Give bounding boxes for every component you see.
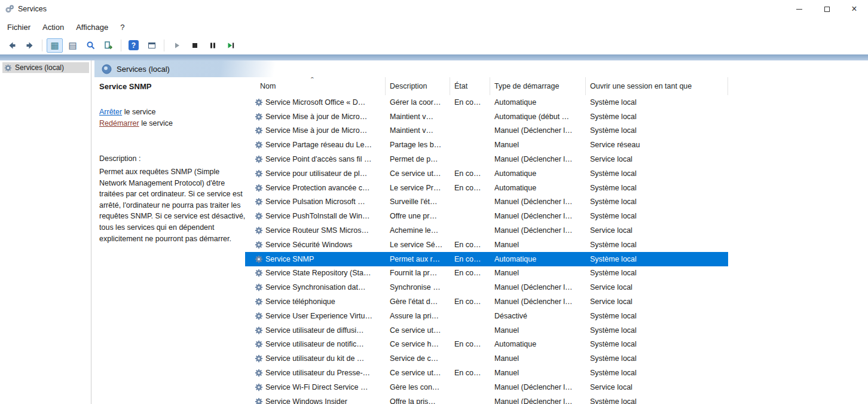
menu-fichier[interactable]: Fichier <box>1 20 36 34</box>
cell-name: Service utilisateur de notific… <box>245 340 386 348</box>
pause-service-button[interactable] <box>204 38 221 53</box>
cell-logon: Service réseau <box>586 141 728 149</box>
cell-logon: Système local <box>586 98 728 107</box>
export-list-button[interactable] <box>100 38 117 53</box>
cell-logon: Système local <box>586 369 728 377</box>
table-row[interactable]: Service Partage réseau du Le…Partage les… <box>245 138 728 152</box>
table-row[interactable]: Service Point d'accès sans fil …Permet d… <box>245 152 728 166</box>
service-name: Service utilisateur de diffusi… <box>265 326 363 335</box>
table-row[interactable]: Service utilisateur du kit de …Service d… <box>245 351 728 366</box>
cell-startup: Manuel (Déclencher l… <box>490 212 586 220</box>
cell-startup: Automatique <box>490 169 586 178</box>
menu-action[interactable]: Action <box>36 20 70 34</box>
table-row[interactable]: Service pour utilisateur de pl…Ce servic… <box>245 166 728 181</box>
table-row[interactable]: Service Sécurité WindowsLe service Sé…En… <box>245 238 728 252</box>
service-gear-icon <box>255 383 263 391</box>
table-row[interactable]: Service Mise à jour de Micro…Maintient v… <box>245 124 728 138</box>
cell-startup: Manuel <box>490 354 586 363</box>
cell-desc: Gère les con… <box>386 383 450 391</box>
table-row[interactable]: Service utilisateur de notific…Ce servic… <box>245 338 728 352</box>
service-name: Service SNMP <box>265 255 314 263</box>
cell-logon: Système local <box>586 198 728 206</box>
table-row[interactable]: Service téléphoniqueGère l'état d…En co…… <box>245 294 728 309</box>
cell-desc: Gère l'état d… <box>386 297 450 306</box>
service-gear-icon <box>255 326 263 335</box>
service-name: Service Mise à jour de Micro… <box>265 113 367 121</box>
cell-name: Service Mise à jour de Micro… <box>245 126 386 135</box>
back-button[interactable] <box>4 38 20 53</box>
start-service-button[interactable] <box>169 38 185 53</box>
pane-node-icon <box>102 64 112 74</box>
console-tree-icon: ▦ <box>50 41 59 50</box>
service-gear-icon <box>255 369 263 377</box>
cell-desc: Achemine le… <box>386 226 450 235</box>
pane-header-title: Services (local) <box>117 65 170 74</box>
show-console-tree-button[interactable]: ▦ <box>47 38 63 53</box>
tree-node-label: Services (local) <box>15 63 64 72</box>
table-row[interactable]: Service utilisateur du Presse-…Ce servic… <box>245 366 728 380</box>
properties-button[interactable]: ▤ <box>65 38 81 53</box>
cell-state: En co… <box>450 98 490 107</box>
cell-logon: Système local <box>586 241 728 249</box>
cell-startup: Manuel <box>490 326 586 335</box>
cell-startup: Manuel <box>490 141 586 149</box>
column-header-description[interactable]: Description <box>386 77 450 95</box>
table-row[interactable]: Service Mise à jour de Micro…Maintient v… <box>245 110 728 124</box>
table-row[interactable]: Service Pulsation Microsoft …Surveille l… <box>245 195 728 209</box>
restart-service-button[interactable] <box>222 38 239 53</box>
column-header-session[interactable]: Ouvrir une session en tant que <box>586 77 728 95</box>
cell-logon: Système local <box>586 126 728 135</box>
table-row[interactable]: Service Microsoft Office « D…Gérer la co… <box>245 95 728 110</box>
table-row[interactable]: Service Windows InsiderOffre la pris…Man… <box>245 394 728 404</box>
table-row[interactable]: Service State Repository (Sta…Fournit la… <box>245 266 728 281</box>
refresh-button[interactable] <box>82 38 99 53</box>
cell-desc: Offre la pris… <box>386 397 450 404</box>
minimize-button[interactable] <box>786 0 813 18</box>
titlebar: Services × <box>0 0 868 18</box>
cell-name: Service Synchronisation dat… <box>245 283 386 291</box>
table-row[interactable]: Service Wi-Fi Direct Service …Gère les c… <box>245 380 728 394</box>
help-button[interactable]: ? <box>126 38 142 53</box>
console-body: Services (local) Services (local) Servic… <box>0 60 868 404</box>
description-label: Description : <box>99 154 242 163</box>
close-button[interactable]: × <box>841 0 868 18</box>
cell-logon: Système local <box>586 354 728 363</box>
cell-logon: Service local <box>586 383 728 391</box>
back-arrow-icon <box>7 41 17 50</box>
cell-startup: Automatique (début … <box>490 113 586 121</box>
tree-item-services-local[interactable]: Services (local) <box>2 62 89 73</box>
cell-desc: Gérer la coor… <box>386 98 450 107</box>
table-row[interactable]: Service Protection avancée c…Le service … <box>245 181 728 195</box>
table-row[interactable]: Service User Experience Virtu…Assure la … <box>245 309 728 323</box>
column-header-nom[interactable]: Nom <box>245 77 386 95</box>
service-name: Service Point d'accès sans fil … <box>265 155 371 163</box>
cell-desc: Synchronise … <box>386 283 450 291</box>
cell-logon: Système local <box>586 312 728 320</box>
cell-startup: Manuel <box>490 241 586 249</box>
table-row[interactable]: Service SNMPPermet aux r…En co…Automatiq… <box>245 252 728 266</box>
extended-view-button[interactable] <box>143 38 160 53</box>
menu-help[interactable]: ? <box>114 20 130 34</box>
stop-service-link[interactable]: Arrêter <box>99 108 122 116</box>
column-header-type-demarrage[interactable]: Type de démarrage <box>490 77 586 95</box>
maximize-button[interactable] <box>813 0 841 18</box>
table-row[interactable]: Service PushToInstall de Win…Offre une p… <box>245 209 728 223</box>
service-action-links: Arrêter le service Redémarrer le service <box>99 107 242 129</box>
menu-affichage[interactable]: Affichage <box>70 20 114 34</box>
cell-desc: Ce service ut… <box>386 169 450 178</box>
table-row[interactable]: Service Synchronisation dat…Synchronise … <box>245 280 728 294</box>
cell-desc: Permet de p… <box>386 155 450 163</box>
cell-state: En co… <box>450 169 490 178</box>
table-row[interactable]: Service Routeur SMS Micros…Achemine le…M… <box>245 223 728 238</box>
stop-service-button[interactable] <box>187 38 203 53</box>
cell-name: Service utilisateur du kit de … <box>245 354 386 363</box>
column-header-etat[interactable]: État <box>450 77 490 95</box>
service-gear-icon <box>255 283 263 291</box>
forward-arrow-icon <box>25 41 35 50</box>
table-row[interactable]: Service utilisateur de diffusi…Ce servic… <box>245 323 728 338</box>
service-name: Service Windows Insider <box>265 397 347 404</box>
cell-name: Service Pulsation Microsoft … <box>245 198 386 206</box>
restart-service-link[interactable]: Redémarrer <box>99 119 139 127</box>
forward-button[interactable] <box>22 38 38 53</box>
service-name: Service Wi-Fi Direct Service … <box>265 383 368 391</box>
